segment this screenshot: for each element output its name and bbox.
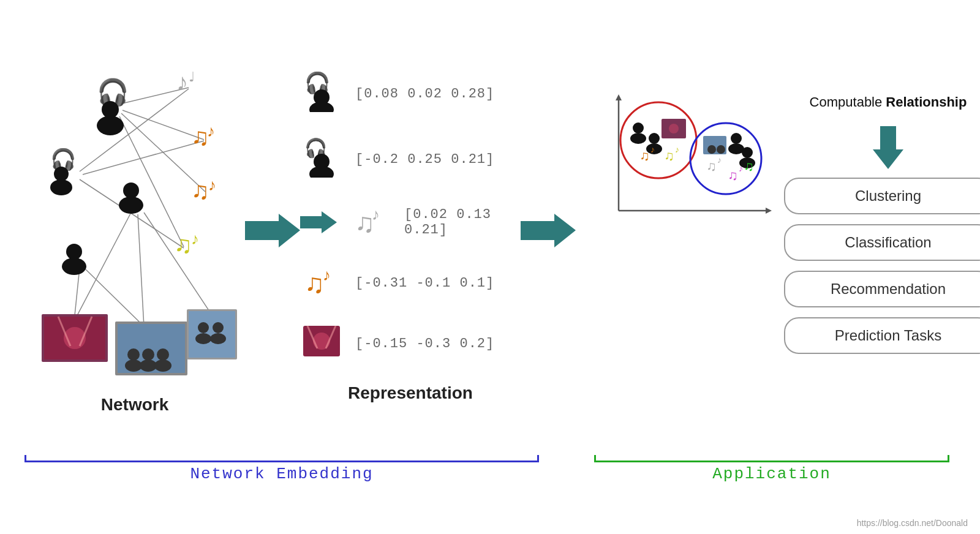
svg-text:♪: ♪ (323, 266, 331, 284)
svg-point-38 (125, 359, 142, 372)
svg-point-87 (742, 147, 753, 158)
svg-line-5 (83, 141, 204, 175)
watermark: https://blog.csdn.net/Doonald (857, 518, 968, 528)
task-prediction: Prediction Tasks (784, 317, 980, 354)
svg-point-55 (309, 166, 334, 178)
task-clustering: Clustering (784, 178, 980, 214)
svg-marker-69 (616, 94, 622, 100)
svg-point-37 (127, 348, 140, 361)
repr-icon-photo (300, 323, 343, 365)
svg-marker-49 (245, 214, 300, 247)
task-recommendation: Recommendation (784, 271, 980, 307)
main-container: 🎧 🎧 (0, 0, 980, 534)
svg-point-42 (154, 359, 172, 372)
svg-rect-44 (189, 311, 235, 358)
svg-point-17 (50, 179, 72, 195)
right-column: Computable Relationship Clustering Class… (784, 94, 980, 354)
svg-point-41 (157, 348, 169, 361)
svg-text:♫: ♫ (639, 148, 650, 164)
svg-text:♪: ♪ (208, 176, 216, 194)
representation-label: Representation (348, 383, 473, 403)
svg-marker-94 (873, 126, 903, 169)
repr-vector-3: [0.02 0.13 0.21] (404, 207, 521, 238)
svg-text:♫: ♫ (191, 177, 209, 204)
repr-vector-4: [-0.31 -0.1 0.1] (355, 276, 494, 291)
arrow-network-to-repr (245, 214, 300, 247)
network-section: 🎧 🎧 (24, 46, 245, 415)
svg-point-85 (731, 133, 742, 144)
network-label: Network (101, 395, 168, 415)
svg-text:♪: ♪ (717, 155, 722, 165)
svg-text:♫: ♫ (706, 159, 717, 174)
repr-vector-5: [-0.15 -0.3 0.2] (355, 336, 494, 352)
svg-point-40 (140, 359, 157, 372)
task-boxes: Clustering Classification Recommendation… (784, 178, 980, 354)
arrow-repr-to-app (521, 214, 576, 247)
svg-text:♫: ♫ (728, 168, 738, 183)
network-graph: 🎧 🎧 (24, 46, 245, 389)
bottom-left: Network Embedding (0, 461, 564, 534)
svg-line-8 (138, 214, 144, 326)
network-embedding-label: Network Embedding (190, 465, 373, 483)
representation-section: 🎧 [0.08 0.02 0.28] 🎧 (300, 58, 521, 403)
svg-text:♪: ♪ (176, 69, 188, 95)
svg-point-16 (54, 167, 69, 181)
svg-line-4 (80, 89, 189, 171)
svg-point-13 (102, 101, 119, 118)
repr-icon-person-green: 🎧 (300, 136, 343, 183)
svg-text:♪: ♪ (191, 230, 199, 248)
svg-text:♪: ♪ (372, 205, 380, 224)
repr-icon-person-gold: 🎧 (300, 70, 343, 118)
svg-line-9 (144, 212, 211, 314)
svg-text:♪: ♪ (739, 164, 743, 173)
svg-point-47 (213, 322, 224, 333)
repr-row-2: 🎧 [-0.2 0.25 0.21] (300, 136, 521, 183)
svg-text:♪: ♪ (650, 145, 655, 154)
svg-point-48 (210, 333, 226, 344)
down-arrow (873, 126, 903, 171)
svg-point-74 (649, 133, 660, 144)
repr-vector-2: [-0.2 0.25 0.21] (355, 152, 494, 167)
svg-point-45 (198, 322, 209, 333)
svg-point-62 (313, 333, 330, 350)
application-section: ♫ ♪ ♫ ♪ (576, 94, 980, 366)
repr-icon-music-gray: ♫ ♪ (349, 201, 392, 244)
svg-point-52 (309, 102, 334, 112)
svg-marker-56 (300, 211, 337, 233)
svg-text:♫: ♫ (664, 148, 674, 164)
svg-text:♫: ♫ (744, 159, 754, 174)
svg-point-14 (97, 116, 124, 135)
svg-point-84 (717, 145, 725, 154)
bottom-section: Network Embedding Application https://bl… (0, 461, 980, 534)
svg-point-83 (707, 145, 716, 154)
repr-row-4: ♫ ♪ [-0.31 -0.1 0.1] (300, 262, 521, 304)
svg-point-77 (669, 124, 679, 134)
svg-text:♫: ♫ (304, 268, 325, 298)
svg-marker-67 (766, 208, 772, 214)
svg-text:♪: ♪ (675, 145, 679, 154)
repr-content: 🎧 [0.08 0.02 0.28] 🎧 (300, 58, 521, 377)
svg-text:♩: ♩ (189, 69, 195, 85)
svg-marker-65 (521, 214, 576, 247)
svg-point-72 (633, 122, 644, 134)
application-label: Application (712, 465, 831, 483)
svg-point-39 (142, 348, 154, 361)
svg-point-18 (123, 182, 139, 198)
content-area: 🎧 🎧 (0, 0, 980, 461)
repr-icon-music-orange: ♫ ♪ (300, 262, 343, 304)
repr-vector-1: [0.08 0.02 0.28] (355, 86, 494, 102)
svg-point-21 (62, 258, 86, 275)
svg-text:♫: ♫ (174, 231, 192, 258)
task-classification: Classification (784, 224, 980, 261)
repr-row-1: 🎧 [0.08 0.02 0.28] (300, 70, 521, 118)
svg-point-20 (66, 244, 82, 260)
svg-point-73 (630, 133, 646, 144)
computable-relationship-label: Computable Relationship (810, 94, 967, 110)
svg-point-46 (195, 333, 211, 344)
repr-row-5: [-0.15 -0.3 0.2] (300, 323, 521, 365)
svg-point-19 (119, 197, 143, 214)
cluster-visual: ♫ ♪ ♫ ♪ (600, 94, 772, 229)
svg-text:♪: ♪ (207, 122, 215, 140)
